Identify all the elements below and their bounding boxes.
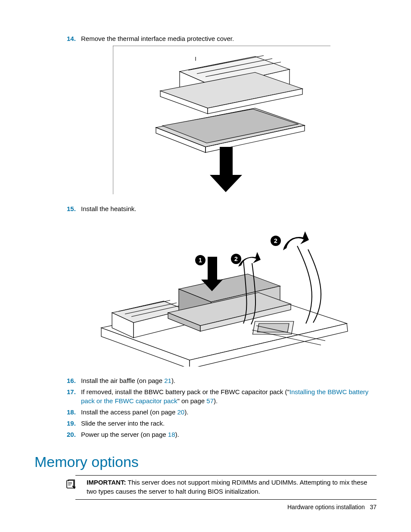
text-part: Power up the server (on page <box>81 431 168 438</box>
page-ref-link[interactable]: 20 <box>177 408 184 416</box>
content-area: 14. Remove the thermal interface media p… <box>67 34 377 439</box>
text-part: ). <box>184 408 188 416</box>
step-text: Power up the server (on page 18). <box>81 430 377 439</box>
step-text: Install the heatsink. <box>81 205 377 213</box>
step-text: If removed, install the BBWC battery pac… <box>81 388 377 405</box>
note-label: IMPORTANT: <box>87 479 126 486</box>
step-number: 17. <box>67 388 81 396</box>
page-container: 14. Remove the thermal interface media p… <box>0 0 411 532</box>
steps-list-mid: 15. Install the heatsink. <box>67 205 377 213</box>
text-part: " on page <box>177 397 206 404</box>
page-ref-link[interactable]: 18 <box>168 431 175 438</box>
steps-list-top: 14. Remove the thermal interface media p… <box>67 34 377 43</box>
step-15: 15. Install the heatsink. <box>67 205 377 213</box>
step-number: 20. <box>67 430 81 439</box>
svg-text:2: 2 <box>234 255 238 262</box>
page-ref-link[interactable]: 21 <box>164 377 171 384</box>
step-19: 19. Slide the server into the rack. <box>67 419 377 428</box>
step-20: 20. Power up the server (on page 18). <box>67 430 377 439</box>
note-body: This server does not support mixing RDIM… <box>87 479 367 495</box>
step-text: Install the access panel (on page 20). <box>81 408 377 417</box>
step-number: 15. <box>67 205 81 213</box>
svg-rect-16 <box>220 147 233 177</box>
svg-marker-17 <box>210 175 242 192</box>
step-text: Install the air baffle (on page 21). <box>81 376 377 385</box>
step-number: 14. <box>67 34 81 43</box>
step-text: Remove the thermal interface media prote… <box>81 34 377 43</box>
important-note-icon <box>66 479 76 489</box>
text-part: ). <box>175 431 179 438</box>
install-heatsink-diagram-icon: 1 2 2 <box>88 216 355 367</box>
important-note: IMPORTANT: This server does not support … <box>75 475 377 500</box>
note-text: IMPORTANT: This server does not support … <box>87 478 377 496</box>
note-icon-column <box>66 478 87 496</box>
step-14: 14. Remove the thermal interface media p… <box>67 34 377 43</box>
svg-rect-45 <box>67 480 74 488</box>
step-number: 18. <box>67 408 81 417</box>
figure-install-heatsink: 1 2 2 <box>67 216 377 369</box>
page-footer: Hardware options installation 37 <box>287 503 377 511</box>
text-part: ). <box>171 377 175 384</box>
step-17: 17. If removed, install the BBWC battery… <box>67 388 377 405</box>
step-text: Slide the server into the rack. <box>81 419 377 428</box>
footer-page-number: 37 <box>370 504 377 510</box>
text-part: Install the access panel (on page <box>81 408 177 416</box>
step-18: 18. Install the access panel (on page 20… <box>67 408 377 417</box>
step-number: 19. <box>67 419 81 428</box>
svg-text:2: 2 <box>274 237 277 244</box>
thermal-cover-diagram-icon <box>113 46 330 194</box>
svg-rect-37 <box>208 257 217 280</box>
step-number: 16. <box>67 376 81 385</box>
section-heading: Memory options <box>34 452 377 472</box>
footer-chapter: Hardware options installation <box>287 504 365 510</box>
text-part: If removed, install the BBWC battery pac… <box>81 388 290 395</box>
figure-thermal-cover <box>67 46 377 196</box>
step-16: 16. Install the air baffle (on page 21). <box>67 376 377 385</box>
page-ref-link[interactable]: 57 <box>206 397 214 404</box>
text-part: ). <box>214 397 218 404</box>
svg-rect-22 <box>257 324 289 332</box>
steps-list-bottom: 16. Install the air baffle (on page 21).… <box>67 376 377 439</box>
text-part: Install the air baffle (on page <box>81 377 164 384</box>
svg-text:1: 1 <box>199 257 202 264</box>
